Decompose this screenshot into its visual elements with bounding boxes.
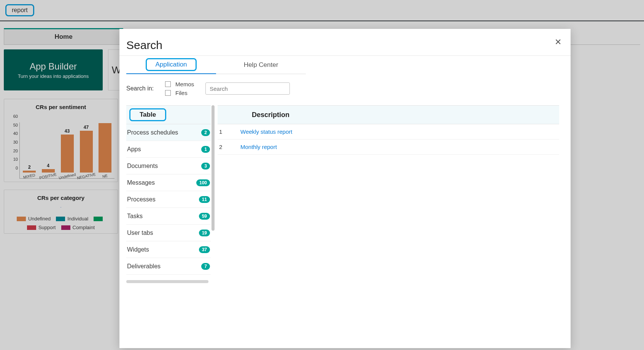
- check-memos-label: Memos: [175, 81, 194, 87]
- count-badge: 37: [199, 246, 210, 253]
- result-panel: Description 1Weekly status report2Monthl…: [218, 105, 559, 283]
- search-tabs: Application Help Center: [126, 56, 559, 74]
- result-index: 2: [218, 144, 240, 150]
- result-index: 1: [218, 128, 240, 135]
- table-row-name: Processes: [127, 196, 156, 203]
- close-icon: ✕: [555, 37, 561, 47]
- tab-application-label: Application: [146, 58, 196, 71]
- search-modal: ✕ Search Application Help Center Search …: [119, 29, 571, 348]
- count-badge: 2: [201, 129, 210, 136]
- table-row-name: Apps: [127, 146, 141, 153]
- check-files-label: Files: [175, 90, 188, 96]
- count-badge: 3: [201, 163, 210, 169]
- count-badge: 100: [196, 179, 210, 186]
- checkbox-icon: [165, 90, 171, 96]
- table-row[interactable]: User tabs19: [126, 225, 211, 241]
- checkbox-icon: [165, 81, 171, 87]
- table-row-name: Deliverables: [127, 263, 161, 270]
- table-scrollbar[interactable]: [211, 105, 215, 231]
- result-link[interactable]: Monthly report: [240, 144, 277, 150]
- table-row[interactable]: Process schedules2: [126, 124, 211, 141]
- check-files[interactable]: Files: [165, 90, 194, 96]
- table-list-header: Table: [126, 105, 211, 124]
- table-horizontal-scrollbar[interactable]: [126, 280, 208, 283]
- result-row: 2Monthly report: [218, 139, 559, 155]
- table-row-name: Messages: [127, 179, 155, 186]
- table-row-name: Process schedules: [127, 129, 178, 136]
- search-row: Search in: Memos Files: [126, 81, 559, 96]
- search-in-label: Search in:: [126, 85, 154, 92]
- table-header-label: Table: [129, 108, 166, 121]
- table-row[interactable]: Widgets37: [126, 241, 211, 258]
- table-row[interactable]: Deliverables7: [126, 258, 211, 275]
- tab-help-center[interactable]: Help Center: [216, 56, 306, 74]
- result-row: 1Weekly status report: [218, 124, 559, 139]
- table-row-name: Widgets: [127, 246, 149, 253]
- close-button[interactable]: ✕: [555, 37, 561, 47]
- table-row-name: Tasks: [127, 213, 143, 220]
- table-row[interactable]: Documents3: [126, 158, 211, 174]
- table-row-name: User tabs: [127, 230, 153, 236]
- table-list: Table Process schedules2Apps1Documents3M…: [126, 105, 211, 283]
- check-memos[interactable]: Memos: [165, 81, 194, 87]
- table-row[interactable]: Apps1: [126, 141, 211, 158]
- search-input[interactable]: [205, 82, 290, 95]
- table-row[interactable]: Messages100: [126, 174, 211, 191]
- count-badge: 11: [199, 196, 210, 203]
- tab-application[interactable]: Application: [126, 56, 216, 74]
- table-row[interactable]: Tasks59: [126, 208, 211, 225]
- result-header: Description: [218, 105, 559, 124]
- modal-title: Search: [126, 39, 559, 52]
- table-row[interactable]: Processes11: [126, 191, 211, 208]
- count-badge: 19: [199, 230, 210, 236]
- count-badge: 1: [201, 146, 210, 153]
- result-link[interactable]: Weekly status report: [240, 128, 292, 135]
- results-area: Table Process schedules2Apps1Documents3M…: [126, 105, 559, 283]
- count-badge: 7: [201, 263, 210, 270]
- check-column: Memos Files: [165, 81, 194, 96]
- table-row-name: Documents: [127, 163, 158, 169]
- count-badge: 59: [199, 213, 210, 220]
